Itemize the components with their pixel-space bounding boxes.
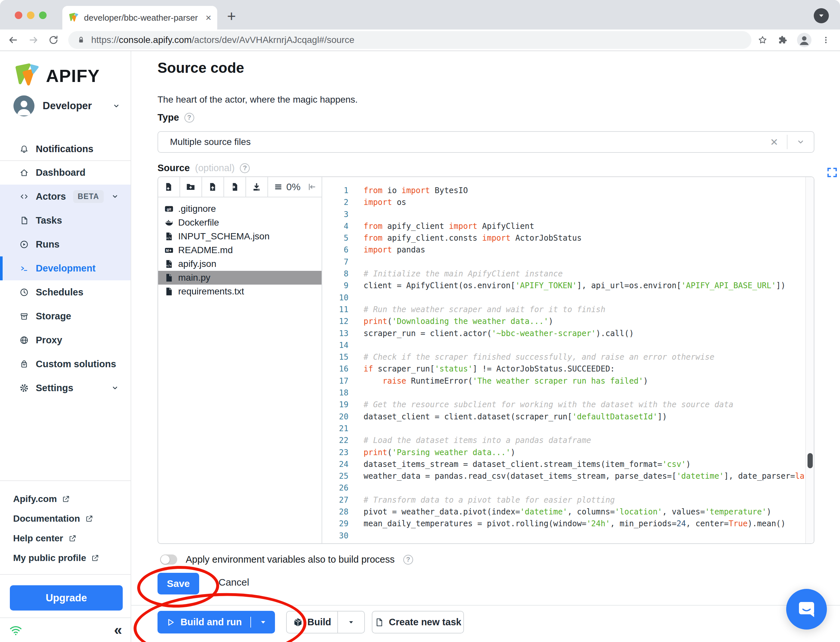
browser-menu-dots-icon[interactable] bbox=[821, 35, 831, 45]
upload-file-button[interactable] bbox=[202, 177, 224, 197]
browser-titlebar: developer/bbc-weather-parser × + bbox=[0, 0, 840, 29]
sidebar-item-schedules[interactable]: Schedules bbox=[0, 280, 131, 304]
new-document-icon bbox=[374, 618, 384, 627]
new-tab-button[interactable]: + bbox=[227, 7, 236, 25]
browser-tab[interactable]: developer/bbc-weather-parser × bbox=[62, 6, 217, 29]
bell-icon bbox=[19, 144, 29, 154]
link-help-center[interactable]: Help center bbox=[13, 529, 100, 548]
env-vars-toggle[interactable] bbox=[160, 554, 177, 565]
reload-icon[interactable] bbox=[48, 34, 59, 45]
type-label: Type bbox=[158, 112, 179, 123]
build-dropdown-button[interactable] bbox=[338, 611, 364, 633]
home-icon bbox=[19, 167, 29, 178]
git-badge-icon: git bbox=[164, 204, 174, 214]
window-menu-button[interactable] bbox=[814, 8, 829, 23]
close-window-button[interactable] bbox=[15, 11, 22, 19]
file-tree-toolbar: 0% bbox=[158, 177, 322, 198]
file-name: requirements.txt bbox=[178, 286, 244, 297]
apify-logo-mark-icon bbox=[13, 62, 40, 89]
sidebar-item-notifications[interactable]: Notifications bbox=[19, 144, 94, 154]
help-icon[interactable]: ? bbox=[403, 555, 413, 565]
apify-logo[interactable]: APIFY bbox=[13, 62, 100, 89]
bookmark-star-icon[interactable] bbox=[757, 35, 768, 45]
env-vars-toggle-label: Apply environment variables also to buil… bbox=[186, 554, 395, 565]
file-name: main.py bbox=[178, 272, 210, 283]
minimize-window-button[interactable] bbox=[27, 11, 34, 19]
sidebar-item-dashboard[interactable]: Dashboard bbox=[0, 160, 131, 185]
help-icon[interactable]: ? bbox=[184, 113, 194, 123]
code-file-icon: </> bbox=[164, 259, 174, 269]
shopping-bag-icon bbox=[19, 359, 29, 369]
avatar bbox=[13, 95, 35, 117]
sidebar-item-settings[interactable]: Settings bbox=[0, 376, 131, 400]
list-icon bbox=[273, 182, 283, 192]
file-row-apify.json[interactable]: </>apify.json bbox=[158, 257, 322, 271]
tab-close-icon[interactable]: × bbox=[205, 12, 211, 23]
terminal-icon bbox=[19, 263, 29, 274]
intercom-launcher[interactable] bbox=[786, 589, 827, 629]
help-icon[interactable]: ? bbox=[240, 163, 250, 173]
code-editor[interactable]: 1from io import BytesIO2import os34from … bbox=[323, 177, 814, 543]
apify-favicon-icon bbox=[68, 13, 79, 23]
svg-text:git: git bbox=[167, 207, 171, 211]
editor-scrollbar[interactable] bbox=[805, 177, 814, 543]
gear-icon bbox=[19, 383, 29, 393]
extensions-puzzle-icon[interactable] bbox=[777, 35, 788, 45]
file-row-requirements.txt[interactable]: requirements.txt bbox=[158, 285, 322, 298]
sidebar-item-tasks[interactable]: Tasks bbox=[0, 209, 131, 232]
caret-down-icon bbox=[818, 12, 825, 19]
link-apify-com[interactable]: Apify.com bbox=[13, 489, 100, 509]
external-link-icon bbox=[68, 534, 77, 543]
sidebar-item-runs[interactable]: Runs bbox=[0, 232, 131, 256]
sidebar: APIFY Developer Notifications Dashboard bbox=[0, 51, 131, 642]
caret-down-icon bbox=[348, 619, 354, 626]
divider bbox=[0, 574, 131, 575]
import-file-button[interactable] bbox=[224, 177, 246, 197]
file-name: .gitignore bbox=[178, 204, 216, 214]
collapse-panel-icon[interactable] bbox=[307, 182, 317, 192]
browser-avatar[interactable] bbox=[797, 32, 812, 47]
create-new-task-button[interactable]: Create new task bbox=[372, 611, 464, 634]
maximize-window-button[interactable] bbox=[39, 11, 47, 19]
forward-icon[interactable] bbox=[28, 34, 39, 46]
sidebar-item-development[interactable]: Development bbox=[0, 256, 131, 280]
document-icon bbox=[19, 216, 29, 225]
sidebar-item-proxy[interactable]: Proxy bbox=[0, 328, 131, 352]
collapse-sidebar-button[interactable]: « bbox=[114, 623, 122, 637]
new-folder-button[interactable] bbox=[180, 177, 202, 197]
upgrade-button[interactable]: Upgrade bbox=[10, 585, 123, 611]
link-my-public-profile[interactable]: My public profile bbox=[13, 548, 100, 568]
docker-icon bbox=[164, 218, 174, 227]
file-row-README.md[interactable]: MREADME.md bbox=[158, 243, 322, 257]
sidebar-item-storage[interactable]: Storage bbox=[0, 304, 131, 328]
sidebar-actors-group: Actors BETA Tasks Runs bbox=[0, 185, 131, 280]
clear-icon[interactable]: ✕ bbox=[762, 136, 787, 148]
sidebar-item-custom-solutions[interactable]: Custom solutions bbox=[0, 352, 131, 376]
page-title: Source code bbox=[158, 60, 244, 76]
sidebar-item-label: Notifications bbox=[36, 144, 94, 154]
new-file-button[interactable] bbox=[158, 177, 180, 197]
sidebar-item-actors[interactable]: Actors BETA bbox=[0, 185, 131, 209]
file-row-Dockerfile[interactable]: Dockerfile bbox=[158, 216, 322, 230]
back-icon[interactable] bbox=[7, 34, 19, 46]
download-button[interactable] bbox=[246, 177, 268, 197]
browser-urlbar: https://console.apify.com/actors/dev/AvV… bbox=[0, 29, 840, 51]
source-label: Source bbox=[158, 163, 190, 173]
chevron-down-icon[interactable] bbox=[110, 191, 120, 202]
cancel-button[interactable]: Cancel bbox=[219, 577, 249, 588]
clock-icon bbox=[19, 287, 29, 297]
file-list: git.gitignoreDockerfile</>INPUT_SCHEMA.j… bbox=[158, 198, 322, 298]
file-row-main.py[interactable]: main.py bbox=[158, 271, 322, 285]
url-field[interactable]: https://console.apify.com/actors/dev/AvV… bbox=[68, 31, 751, 49]
chevron-down-icon[interactable] bbox=[110, 383, 120, 393]
chevron-down-icon[interactable] bbox=[788, 137, 806, 147]
sidebar-nav: Dashboard Actors BETA Tasks bbox=[0, 160, 131, 400]
svg-text:</>: </> bbox=[166, 237, 171, 240]
file-row-.gitignore[interactable]: git.gitignore bbox=[158, 202, 322, 216]
type-select[interactable]: Multiple source files ✕ bbox=[158, 131, 814, 153]
fullscreen-icon[interactable] bbox=[826, 167, 838, 178]
file-row-INPUT_SCHEMA.json[interactable]: </>INPUT_SCHEMA.json bbox=[158, 230, 322, 243]
link-documentation[interactable]: Documentation bbox=[13, 509, 100, 529]
scrollbar-thumb[interactable] bbox=[808, 453, 813, 468]
account-switcher[interactable]: Developer bbox=[13, 95, 122, 117]
